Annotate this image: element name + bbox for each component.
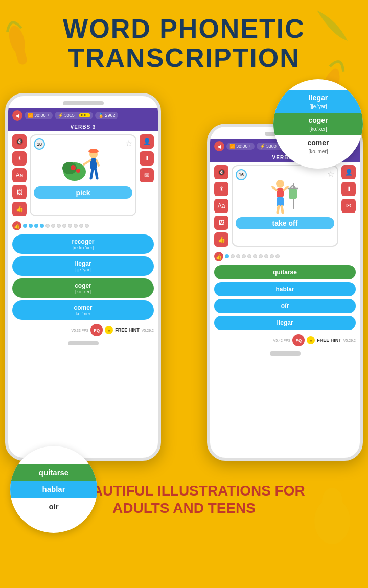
- answer-btn-4-right[interactable]: llegar: [214, 316, 356, 330]
- progress-dots-right: 👍: [210, 250, 360, 263]
- home-button-right[interactable]: [270, 351, 301, 356]
- hint-logo-right: PQ: [292, 334, 305, 346]
- svg-line-25: [284, 187, 288, 190]
- side-buttons-left: 🔇 ☀ Aa 🖼 👍: [12, 134, 27, 216]
- answer-btn-2-left[interactable]: llegar [jje.'yar]: [12, 256, 154, 276]
- phone-left: ◀ 📶 30:00+ ⚡ 3015+ FULL 🏅 2962 VERBS 3 🔇…: [5, 93, 161, 461]
- points-left: ⚡ 3015+ FULL: [55, 112, 94, 119]
- brightness-button-r[interactable]: ☀: [214, 182, 228, 196]
- like-button-r[interactable]: 👍: [214, 232, 228, 247]
- back-button-left[interactable]: ◀: [12, 110, 22, 121]
- card-illustration-right: [260, 174, 311, 215]
- progress-dots-left: 👍: [8, 219, 158, 232]
- flash-card-left: 18 ☆: [30, 134, 136, 216]
- svg-line-27: [278, 206, 279, 213]
- svg-line-16: [97, 160, 99, 166]
- hint-area-left: V5.33 FPS PQ ● FREE HINT V5.29.2: [8, 322, 158, 338]
- card-word-right: take off: [236, 217, 334, 229]
- bubble-right-item-2: coger [ko.'xer]: [273, 113, 363, 135]
- svg-point-10: [76, 169, 80, 173]
- hint-coin-left: ●: [105, 326, 113, 334]
- svg-rect-23: [277, 188, 284, 197]
- profile-button-right[interactable]: 👤: [341, 165, 356, 179]
- svg-rect-26: [277, 197, 284, 206]
- profile-button-left[interactable]: 👤: [140, 134, 154, 149]
- phone-right: ◀ 📶 30:00+ ⚡ 3380+ FULL 🏅 2702 VERBS 3 🔇…: [207, 124, 363, 461]
- lightning-icon-right: ⚡: [260, 144, 265, 149]
- card-area-left: 🔇 ☀ Aa 🖼 👍 18 ☆: [8, 131, 158, 219]
- bubble-left-item-3: oír: [10, 498, 97, 515]
- phone-left-speaker: [63, 101, 104, 105]
- answers-right: quitarse hablar oír llegar: [210, 263, 360, 332]
- bubble-right-item-3: comer [ko.'mer]: [273, 135, 363, 158]
- svg-line-17: [91, 170, 93, 178]
- hint-text-left[interactable]: FREE HINT: [115, 327, 140, 333]
- image-button[interactable]: 🖼: [12, 185, 27, 199]
- thumb-icon: 👍: [12, 221, 21, 230]
- timer-right: 📶 30:00+: [226, 143, 255, 150]
- main-title: WORD PHONETIC TRANSCRIPTION: [10, 14, 358, 73]
- flash-card-right: 16 ☆: [232, 165, 338, 247]
- svg-rect-21: [289, 189, 297, 199]
- bubble-left-item-1: quitarse: [10, 464, 97, 481]
- card-number-right: 16: [236, 169, 247, 180]
- app-header: WORD PHONETIC TRANSCRIPTION: [0, 0, 368, 78]
- wifi-icon-right: 📶: [229, 144, 235, 149]
- svg-line-18: [96, 170, 97, 178]
- svg-point-9: [71, 165, 76, 170]
- right-side-buttons-right: 👤 ⏸ ✉: [341, 165, 356, 247]
- image-button-r[interactable]: 🖼: [214, 216, 228, 230]
- card-illustration-left: [58, 144, 109, 184]
- like-button[interactable]: 👍: [12, 202, 27, 216]
- mute-button-r[interactable]: 🔇: [214, 165, 228, 179]
- timer-left: 📶 30:00+: [25, 112, 53, 119]
- svg-line-28: [282, 206, 283, 213]
- svg-line-15: [84, 160, 90, 164]
- thumb-icon-right: 👍: [214, 252, 223, 261]
- font-button[interactable]: Aa: [12, 168, 27, 182]
- answer-btn-3-right[interactable]: oír: [214, 299, 356, 313]
- answers-left: recoger [re.ko.'xer] llegar [jje.'yar] c…: [8, 232, 158, 322]
- mail-button-left[interactable]: ✉: [140, 168, 154, 182]
- bubble-callout-left: quitarse hablar oír: [10, 446, 97, 533]
- bubble-left-item-2: hablar: [10, 481, 97, 498]
- brightness-button[interactable]: ☀: [12, 151, 27, 166]
- right-side-buttons-left: 👤 ⏸ ✉: [140, 134, 154, 216]
- mail-button-right[interactable]: ✉: [341, 199, 356, 213]
- svg-point-22: [276, 180, 284, 188]
- hint-text-right[interactable]: FREE HINT: [317, 338, 341, 343]
- pause-button-right[interactable]: ⏸: [341, 182, 356, 196]
- card-star-left[interactable]: ☆: [125, 138, 132, 148]
- hint-area-right: V5.42 FPS PQ ● FREE HINT V5.29.2: [210, 332, 360, 348]
- answer-btn-1-left[interactable]: recoger [re.ko.'xer]: [12, 234, 154, 254]
- wifi-icon: 📶: [28, 113, 33, 118]
- font-button-r[interactable]: Aa: [214, 199, 228, 213]
- hint-logo-left: PQ: [90, 324, 103, 336]
- card-number-left: 18: [34, 138, 45, 150]
- hint-coin-right: ●: [307, 336, 315, 344]
- side-buttons-right: 🔇 ☀ Aa 🖼 👍: [214, 165, 228, 247]
- svg-line-24: [272, 187, 277, 190]
- card-word-left: pick: [34, 186, 132, 199]
- medal-icon: 🏅: [98, 113, 104, 118]
- back-button-right[interactable]: ◀: [214, 141, 224, 151]
- lesson-label-left: VERBS 3: [8, 123, 158, 131]
- card-star-right[interactable]: ☆: [327, 169, 334, 179]
- svg-rect-13: [89, 149, 98, 152]
- card-area-right: 🔇 ☀ Aa 🖼 👍 16 ☆: [210, 162, 360, 250]
- answer-btn-3-left[interactable]: coger [ko.'xer]: [12, 278, 154, 298]
- mute-button[interactable]: 🔇: [12, 134, 27, 149]
- answer-btn-1-right[interactable]: quitarse: [214, 265, 356, 279]
- bubble-right-item-1: llegar [jje.'yar]: [273, 90, 363, 113]
- answer-btn-2-right[interactable]: hablar: [214, 282, 356, 296]
- answer-btn-4-left[interactable]: comer [ko.'mer]: [12, 300, 154, 320]
- home-button-left[interactable]: [68, 341, 99, 345]
- status-bar-left: ◀ 📶 30:00+ ⚡ 3015+ FULL 🏅 2962: [8, 108, 158, 123]
- pause-button-left[interactable]: ⏸: [140, 151, 154, 166]
- bubble-callout-right: llegar [jje.'yar] coger [ko.'xer] comer …: [273, 79, 363, 169]
- coins-left: 🏅 2962: [95, 112, 118, 119]
- lightning-icon: ⚡: [58, 113, 63, 118]
